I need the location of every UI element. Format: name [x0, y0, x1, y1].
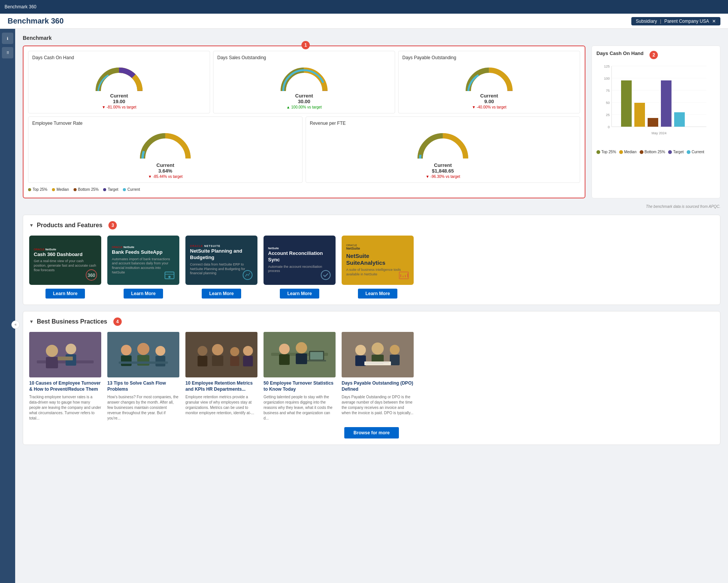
svg-point-46 — [230, 347, 239, 356]
product-title-2: NetSuite Planning and Budgeting — [190, 248, 253, 261]
gauge-current-3: Current 3.64% — [32, 162, 298, 174]
subsidiary-badge[interactable]: Subsidiary | Parent Company USA ✕ — [631, 17, 720, 25]
bbp-image-0 — [29, 332, 101, 377]
svg-rect-39 — [155, 356, 165, 366]
gauge-svg-3 — [135, 128, 196, 162]
bbp-section: ▼ Best Business Practices 4 — [23, 311, 720, 445]
bbp-image-3 — [264, 332, 336, 377]
bbp-card-desc-2: Employee retention metrics provide a gra… — [185, 394, 257, 416]
svg-text:25: 25 — [606, 113, 610, 117]
bbp-card-desc-3: Getting talented people to stay with the… — [264, 394, 336, 421]
gauge-grid-top: Days Cash On Hand — [28, 51, 580, 113]
svg-point-18 — [168, 276, 171, 278]
learn-more-button-1[interactable]: Learn More — [124, 289, 163, 299]
gauge-title-4: Revenue per FTE — [310, 121, 576, 126]
bbp-scene-2 — [185, 332, 257, 377]
gauge-svg-0 — [93, 63, 146, 93]
svg-text:75: 75 — [606, 89, 610, 93]
svg-rect-61 — [355, 355, 366, 366]
bbp-card-title-4: Days Payable Outstanding (DPO) Defined — [342, 380, 414, 392]
product-card-0: ORACLE NetSuite Cash 360 Dashboard Get a… — [29, 236, 101, 299]
products-features-section: ▼ Products and Features 3 ORACLE NetSuit… — [23, 215, 720, 305]
grid-icon: ⠿ — [6, 51, 9, 55]
bar-legend-median: Median — [619, 150, 637, 154]
product-brand-0: ORACLE NetSuite — [34, 248, 56, 251]
bbp-image-1 — [107, 332, 179, 377]
bbp-header[interactable]: ▼ Best Business Practices 4 — [29, 317, 714, 326]
bbp-card-2: 10 Employee Retention Metrics and KPIs H… — [185, 332, 257, 421]
svg-rect-32 — [58, 357, 73, 360]
product-image-2: ORACLE NETSUITE NetSuite Planning and Bu… — [185, 236, 257, 285]
svg-text:360: 360 — [88, 273, 95, 278]
legend-label-target: Target — [108, 187, 118, 192]
svg-text:50: 50 — [606, 101, 610, 105]
bar-legend-label-top25: Top 25% — [601, 150, 616, 154]
legend-dot-current — [123, 188, 126, 191]
bar-legend-top25: Top 25% — [596, 150, 616, 154]
bar-chart-svg: 125 100 75 50 25 0 — [596, 62, 710, 146]
gauge-current-2: Current 9.00 — [402, 93, 576, 104]
product-brand-4: ORACLE NetSuite — [346, 244, 360, 250]
bar-chart-legend: Top 25% Median Bottom 25% Target — [596, 150, 715, 154]
product-card-4: ORACLE NetSuite NetSuite SuiteAnalytics … — [342, 236, 414, 299]
learn-more-button-4[interactable]: Learn More — [358, 289, 398, 299]
learn-more-button-0[interactable]: Learn More — [46, 289, 85, 299]
gauge-title-0: Days Cash On Hand — [32, 55, 206, 60]
legend-item-target: Target — [103, 187, 118, 192]
product-icon-0: 360 — [85, 269, 97, 281]
products-features-header[interactable]: ▼ Products and Features 3 — [29, 221, 714, 229]
svg-point-34 — [121, 345, 132, 355]
svg-point-38 — [155, 346, 165, 356]
browse-for-more-button[interactable]: Browse for more — [344, 427, 399, 438]
top-nav: Benchmark 360 — [0, 0, 728, 14]
bbp-card-desc-1: How's business? For most companies, the … — [107, 394, 179, 421]
product-brand-2: ORACLE NETSUITE — [190, 245, 220, 247]
sidebar-icon-info[interactable]: ℹ — [2, 33, 13, 44]
bar-bottom25 — [648, 118, 658, 127]
bbp-grid: 10 Causes of Employee Turnover & How to … — [29, 332, 714, 421]
svg-rect-66 — [364, 361, 391, 365]
legend-item-current: Current — [123, 187, 140, 192]
sidebar-collapse-button[interactable]: « — [11, 321, 20, 329]
svg-point-48 — [243, 346, 253, 356]
sidebar-icon-grid[interactable]: ⠿ — [2, 47, 13, 58]
gauge-vs-3: ▼ -85.44% vs target — [32, 174, 298, 179]
bar-legend-dot-bottom25 — [640, 150, 643, 154]
separator: | — [660, 19, 661, 24]
product-image-1: ORACLE NetSuite Bank Feeds SuiteApp Auto… — [107, 236, 179, 285]
gauge-vs-2: ▼ -40.00% vs target — [402, 105, 576, 109]
legend-label-median: Median — [56, 187, 69, 192]
product-icon-2 — [242, 269, 254, 281]
svg-point-30 — [66, 344, 76, 354]
learn-more-button-2[interactable]: Learn More — [202, 289, 242, 299]
svg-point-62 — [372, 343, 384, 355]
close-icon[interactable]: ✕ — [712, 19, 716, 24]
bar-legend-dot-target — [668, 150, 672, 154]
svg-point-52 — [279, 344, 290, 354]
bar-top25 — [621, 80, 632, 127]
legend-item-bottom25: Bottom 25% — [74, 187, 99, 192]
learn-more-button-3[interactable]: Learn More — [280, 289, 320, 299]
svg-point-36 — [137, 343, 149, 355]
svg-rect-40 — [119, 361, 168, 364]
gauge-card-revenue-fte: Revenue per FTE Current $1,848.65 — [306, 116, 580, 183]
product-card-2: ORACLE NETSUITE NetSuite Planning and Bu… — [185, 236, 257, 299]
bar-chart-title: Days Cash On Hand — [596, 50, 643, 56]
bbp-scene-3 — [264, 332, 336, 377]
svg-rect-37 — [137, 355, 149, 366]
bbp-badge-4: 4 — [113, 317, 122, 326]
gauge-title-1: Days Sales Outstanding — [217, 55, 391, 60]
bar-legend-label-median: Median — [624, 150, 637, 154]
benchmark-footnote: The benchmark data is sourced from APQC. — [23, 204, 720, 209]
svg-text:0: 0 — [608, 125, 610, 129]
gauge-vs-1: ▲ 100.00% vs target — [217, 105, 391, 109]
gauges-container: 1 Days Cash On Hand — [23, 46, 585, 198]
bbp-collapse-arrow[interactable]: ▼ — [29, 319, 34, 324]
products-collapse-arrow[interactable]: ▼ — [29, 223, 34, 228]
svg-text:100: 100 — [604, 77, 610, 80]
svg-rect-47 — [230, 356, 239, 366]
bbp-card-4: Days Payable Outstanding (DPO) Defined D… — [342, 332, 414, 421]
benchmark-section: 1 Days Cash On Hand — [23, 46, 720, 198]
gauge-title-3: Employee Turnover Rate — [32, 121, 298, 126]
product-icon-1 — [163, 269, 176, 281]
